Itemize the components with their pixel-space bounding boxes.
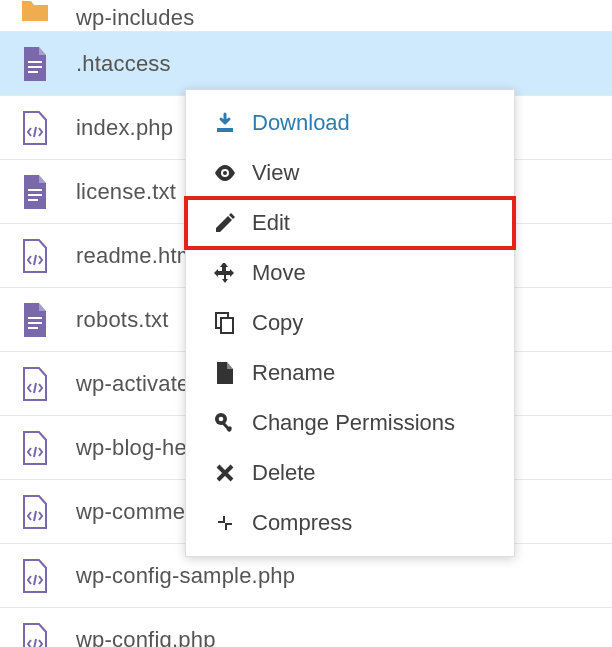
svg-rect-9 <box>217 128 233 132</box>
document-icon <box>20 174 50 210</box>
menu-item-rename[interactable]: Rename <box>186 348 514 398</box>
menu-label: Delete <box>252 460 316 486</box>
key-icon <box>212 412 238 434</box>
menu-item-copy[interactable]: Copy <box>186 298 514 348</box>
menu-label: Rename <box>252 360 335 386</box>
svg-rect-5 <box>28 199 38 201</box>
code-file-icon <box>20 110 50 146</box>
svg-rect-12 <box>221 318 233 333</box>
document-icon <box>20 46 50 82</box>
menu-item-compress[interactable]: Compress <box>186 498 514 548</box>
context-menu: Download View Edit Move Copy Rename <box>185 89 515 557</box>
menu-label: Change Permissions <box>252 410 455 436</box>
file-row[interactable]: wp-config.php <box>0 608 612 647</box>
menu-item-move[interactable]: Move <box>186 248 514 298</box>
compress-icon <box>212 513 238 533</box>
eye-icon <box>212 165 238 181</box>
svg-point-14 <box>219 417 224 422</box>
svg-rect-7 <box>28 322 42 324</box>
svg-rect-8 <box>28 327 38 329</box>
code-file-icon <box>20 238 50 274</box>
menu-label: Copy <box>252 310 303 336</box>
file-name: .htaccess <box>76 51 171 77</box>
download-icon <box>212 112 238 134</box>
menu-label: Move <box>252 260 306 286</box>
menu-label: View <box>252 160 299 186</box>
file-name: readme.html <box>76 243 200 269</box>
code-file-icon <box>20 494 50 530</box>
file-name: wp-includes <box>76 5 194 31</box>
svg-rect-6 <box>28 317 42 319</box>
file-name: index.php <box>76 115 173 141</box>
menu-label: Edit <box>252 210 290 236</box>
file-name: wp-config-sample.php <box>76 563 295 589</box>
code-file-icon <box>20 366 50 402</box>
file-name: robots.txt <box>76 307 168 333</box>
copy-icon <box>212 312 238 334</box>
file-name: license.txt <box>76 179 176 205</box>
menu-item-edit[interactable]: Edit <box>186 198 514 248</box>
folder-icon <box>20 0 50 29</box>
menu-item-delete[interactable]: Delete <box>186 448 514 498</box>
svg-rect-4 <box>28 194 42 196</box>
svg-rect-1 <box>28 66 42 68</box>
code-file-icon <box>20 430 50 466</box>
document-icon <box>20 302 50 338</box>
code-file-icon <box>20 558 50 594</box>
menu-item-permissions[interactable]: Change Permissions <box>186 398 514 448</box>
code-file-icon <box>20 622 50 648</box>
svg-rect-2 <box>28 71 38 73</box>
menu-label: Compress <box>252 510 352 536</box>
pencil-icon <box>212 212 238 234</box>
file-name: wp-config.php <box>76 627 216 648</box>
svg-rect-3 <box>28 189 42 191</box>
file-icon <box>212 362 238 384</box>
file-row[interactable]: .htaccess <box>0 32 612 96</box>
svg-rect-0 <box>28 61 42 63</box>
close-icon <box>212 464 238 482</box>
menu-item-view[interactable]: View <box>186 148 514 198</box>
menu-item-download[interactable]: Download <box>186 98 514 148</box>
move-icon <box>212 262 238 284</box>
file-row[interactable]: wp-includes <box>0 0 612 32</box>
menu-label: Download <box>252 110 350 136</box>
svg-point-10 <box>223 171 227 175</box>
